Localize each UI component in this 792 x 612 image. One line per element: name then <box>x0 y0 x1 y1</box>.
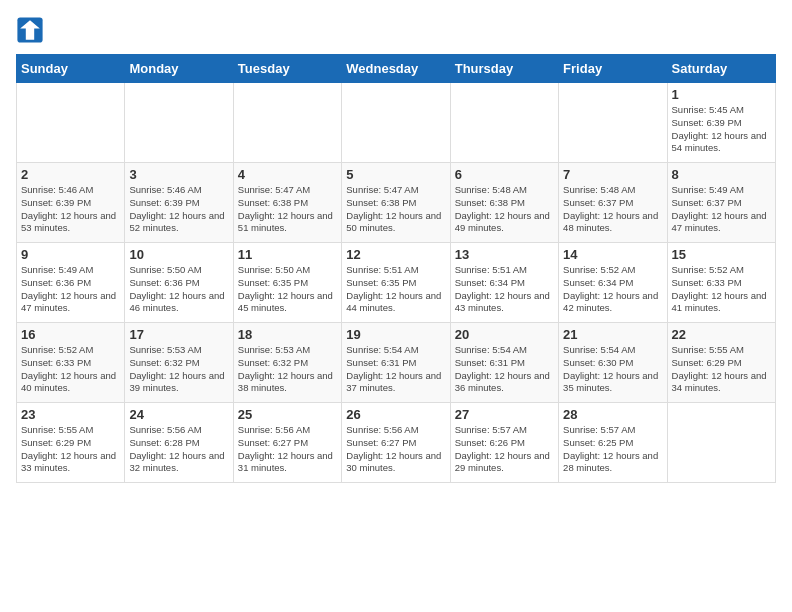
calendar-cell: 7Sunrise: 5:48 AM Sunset: 6:37 PM Daylig… <box>559 163 667 243</box>
calendar-cell: 8Sunrise: 5:49 AM Sunset: 6:37 PM Daylig… <box>667 163 775 243</box>
day-number: 23 <box>21 407 120 422</box>
day-info: Sunrise: 5:49 AM Sunset: 6:37 PM Dayligh… <box>672 184 771 235</box>
calendar-week-row: 23Sunrise: 5:55 AM Sunset: 6:29 PM Dayli… <box>17 403 776 483</box>
calendar-cell <box>342 83 450 163</box>
calendar-cell <box>559 83 667 163</box>
day-number: 4 <box>238 167 337 182</box>
weekday-header: Friday <box>559 55 667 83</box>
day-number: 5 <box>346 167 445 182</box>
day-number: 6 <box>455 167 554 182</box>
calendar-cell <box>667 403 775 483</box>
day-info: Sunrise: 5:52 AM Sunset: 6:33 PM Dayligh… <box>672 264 771 315</box>
day-info: Sunrise: 5:56 AM Sunset: 6:27 PM Dayligh… <box>238 424 337 475</box>
day-info: Sunrise: 5:52 AM Sunset: 6:33 PM Dayligh… <box>21 344 120 395</box>
page-header <box>16 16 776 44</box>
day-info: Sunrise: 5:56 AM Sunset: 6:27 PM Dayligh… <box>346 424 445 475</box>
calendar-cell: 15Sunrise: 5:52 AM Sunset: 6:33 PM Dayli… <box>667 243 775 323</box>
day-info: Sunrise: 5:47 AM Sunset: 6:38 PM Dayligh… <box>238 184 337 235</box>
calendar-cell: 11Sunrise: 5:50 AM Sunset: 6:35 PM Dayli… <box>233 243 341 323</box>
calendar-cell: 25Sunrise: 5:56 AM Sunset: 6:27 PM Dayli… <box>233 403 341 483</box>
day-info: Sunrise: 5:55 AM Sunset: 6:29 PM Dayligh… <box>21 424 120 475</box>
calendar-cell: 26Sunrise: 5:56 AM Sunset: 6:27 PM Dayli… <box>342 403 450 483</box>
day-info: Sunrise: 5:48 AM Sunset: 6:37 PM Dayligh… <box>563 184 662 235</box>
day-number: 24 <box>129 407 228 422</box>
day-info: Sunrise: 5:54 AM Sunset: 6:31 PM Dayligh… <box>455 344 554 395</box>
calendar-cell: 6Sunrise: 5:48 AM Sunset: 6:38 PM Daylig… <box>450 163 558 243</box>
day-number: 14 <box>563 247 662 262</box>
day-number: 27 <box>455 407 554 422</box>
day-number: 26 <box>346 407 445 422</box>
calendar-cell: 2Sunrise: 5:46 AM Sunset: 6:39 PM Daylig… <box>17 163 125 243</box>
day-number: 11 <box>238 247 337 262</box>
day-info: Sunrise: 5:53 AM Sunset: 6:32 PM Dayligh… <box>129 344 228 395</box>
day-info: Sunrise: 5:50 AM Sunset: 6:36 PM Dayligh… <box>129 264 228 315</box>
day-number: 19 <box>346 327 445 342</box>
day-info: Sunrise: 5:55 AM Sunset: 6:29 PM Dayligh… <box>672 344 771 395</box>
calendar-cell: 17Sunrise: 5:53 AM Sunset: 6:32 PM Dayli… <box>125 323 233 403</box>
weekday-header: Wednesday <box>342 55 450 83</box>
day-number: 9 <box>21 247 120 262</box>
day-info: Sunrise: 5:46 AM Sunset: 6:39 PM Dayligh… <box>21 184 120 235</box>
day-info: Sunrise: 5:52 AM Sunset: 6:34 PM Dayligh… <box>563 264 662 315</box>
day-number: 18 <box>238 327 337 342</box>
day-info: Sunrise: 5:46 AM Sunset: 6:39 PM Dayligh… <box>129 184 228 235</box>
day-info: Sunrise: 5:49 AM Sunset: 6:36 PM Dayligh… <box>21 264 120 315</box>
calendar-week-row: 9Sunrise: 5:49 AM Sunset: 6:36 PM Daylig… <box>17 243 776 323</box>
calendar-header-row: SundayMondayTuesdayWednesdayThursdayFrid… <box>17 55 776 83</box>
calendar-cell: 10Sunrise: 5:50 AM Sunset: 6:36 PM Dayli… <box>125 243 233 323</box>
calendar-cell: 5Sunrise: 5:47 AM Sunset: 6:38 PM Daylig… <box>342 163 450 243</box>
day-info: Sunrise: 5:57 AM Sunset: 6:25 PM Dayligh… <box>563 424 662 475</box>
day-number: 3 <box>129 167 228 182</box>
weekday-header: Sunday <box>17 55 125 83</box>
day-number: 22 <box>672 327 771 342</box>
calendar-week-row: 16Sunrise: 5:52 AM Sunset: 6:33 PM Dayli… <box>17 323 776 403</box>
day-number: 15 <box>672 247 771 262</box>
calendar-cell: 21Sunrise: 5:54 AM Sunset: 6:30 PM Dayli… <box>559 323 667 403</box>
calendar-cell: 23Sunrise: 5:55 AM Sunset: 6:29 PM Dayli… <box>17 403 125 483</box>
day-number: 2 <box>21 167 120 182</box>
day-info: Sunrise: 5:51 AM Sunset: 6:35 PM Dayligh… <box>346 264 445 315</box>
day-info: Sunrise: 5:48 AM Sunset: 6:38 PM Dayligh… <box>455 184 554 235</box>
day-info: Sunrise: 5:51 AM Sunset: 6:34 PM Dayligh… <box>455 264 554 315</box>
calendar-cell: 19Sunrise: 5:54 AM Sunset: 6:31 PM Dayli… <box>342 323 450 403</box>
calendar-cell: 9Sunrise: 5:49 AM Sunset: 6:36 PM Daylig… <box>17 243 125 323</box>
calendar-cell: 20Sunrise: 5:54 AM Sunset: 6:31 PM Dayli… <box>450 323 558 403</box>
calendar-cell: 3Sunrise: 5:46 AM Sunset: 6:39 PM Daylig… <box>125 163 233 243</box>
day-info: Sunrise: 5:54 AM Sunset: 6:31 PM Dayligh… <box>346 344 445 395</box>
day-number: 28 <box>563 407 662 422</box>
day-number: 17 <box>129 327 228 342</box>
weekday-header: Monday <box>125 55 233 83</box>
calendar-cell: 1Sunrise: 5:45 AM Sunset: 6:39 PM Daylig… <box>667 83 775 163</box>
day-number: 12 <box>346 247 445 262</box>
calendar-cell: 14Sunrise: 5:52 AM Sunset: 6:34 PM Dayli… <box>559 243 667 323</box>
calendar-cell <box>125 83 233 163</box>
calendar-cell: 28Sunrise: 5:57 AM Sunset: 6:25 PM Dayli… <box>559 403 667 483</box>
calendar-cell: 18Sunrise: 5:53 AM Sunset: 6:32 PM Dayli… <box>233 323 341 403</box>
calendar-table: SundayMondayTuesdayWednesdayThursdayFrid… <box>16 54 776 483</box>
day-number: 7 <box>563 167 662 182</box>
calendar-cell: 22Sunrise: 5:55 AM Sunset: 6:29 PM Dayli… <box>667 323 775 403</box>
day-info: Sunrise: 5:53 AM Sunset: 6:32 PM Dayligh… <box>238 344 337 395</box>
calendar-cell <box>450 83 558 163</box>
day-number: 10 <box>129 247 228 262</box>
day-info: Sunrise: 5:47 AM Sunset: 6:38 PM Dayligh… <box>346 184 445 235</box>
calendar-cell: 16Sunrise: 5:52 AM Sunset: 6:33 PM Dayli… <box>17 323 125 403</box>
day-info: Sunrise: 5:45 AM Sunset: 6:39 PM Dayligh… <box>672 104 771 155</box>
weekday-header: Tuesday <box>233 55 341 83</box>
calendar-week-row: 2Sunrise: 5:46 AM Sunset: 6:39 PM Daylig… <box>17 163 776 243</box>
calendar-cell: 4Sunrise: 5:47 AM Sunset: 6:38 PM Daylig… <box>233 163 341 243</box>
calendar-cell <box>17 83 125 163</box>
calendar-cell: 13Sunrise: 5:51 AM Sunset: 6:34 PM Dayli… <box>450 243 558 323</box>
calendar-cell: 24Sunrise: 5:56 AM Sunset: 6:28 PM Dayli… <box>125 403 233 483</box>
calendar-week-row: 1Sunrise: 5:45 AM Sunset: 6:39 PM Daylig… <box>17 83 776 163</box>
day-info: Sunrise: 5:50 AM Sunset: 6:35 PM Dayligh… <box>238 264 337 315</box>
day-number: 21 <box>563 327 662 342</box>
calendar-cell <box>233 83 341 163</box>
day-number: 1 <box>672 87 771 102</box>
day-number: 13 <box>455 247 554 262</box>
day-info: Sunrise: 5:56 AM Sunset: 6:28 PM Dayligh… <box>129 424 228 475</box>
day-number: 20 <box>455 327 554 342</box>
day-number: 25 <box>238 407 337 422</box>
logo <box>16 16 48 44</box>
weekday-header: Thursday <box>450 55 558 83</box>
